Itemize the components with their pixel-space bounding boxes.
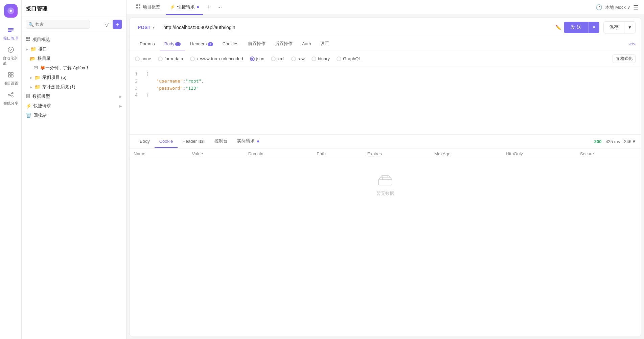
add-button[interactable]: ＋ xyxy=(113,20,122,29)
search-input[interactable] xyxy=(26,20,90,29)
resp-tab-cookie[interactable]: Cookie xyxy=(155,135,178,148)
sidebar-item-project-settings[interactable]: 项目设置 xyxy=(1,69,20,88)
tree-item-recycle[interactable]: 🗑️ 回收站 xyxy=(22,111,126,120)
tab-quick-req[interactable]: ⚡ 快捷请求 xyxy=(166,0,203,15)
resp-tab-body-label: Body xyxy=(140,139,150,144)
radio-xml xyxy=(271,56,276,61)
svg-rect-28 xyxy=(378,180,392,185)
mock-chevron-icon: ∨ xyxy=(627,5,630,10)
menu-button[interactable]: ☰ xyxy=(633,4,639,11)
api-mgmt-icon xyxy=(7,26,14,35)
sidebar-item-api-mgmt[interactable]: 接口管理 xyxy=(1,24,20,43)
req-tab-params[interactable]: Params xyxy=(135,38,160,50)
body-type-graphql[interactable]: GraphQL xyxy=(337,56,361,61)
sample-proj-label: 示例项目 (5) xyxy=(42,74,122,81)
body-type-raw[interactable]: raw xyxy=(291,56,305,61)
tab-active-dot xyxy=(197,6,199,8)
top-right-area: 🕐 本地 Mock ∨ ☰ xyxy=(596,4,639,11)
tree-sidebar: 接口管理 🔍 ▽ ＋ 项目概览 ▶ 📁 接口 xyxy=(22,0,127,339)
line-num-4: 4 xyxy=(135,92,140,99)
svg-point-1 xyxy=(10,10,12,12)
radio-none xyxy=(135,56,140,61)
body-type-xml[interactable]: xml xyxy=(271,56,284,61)
col-httponly: HttpOnly xyxy=(502,149,576,159)
body-type-json[interactable]: json xyxy=(250,56,264,61)
tab-overview-label: 项目概览 xyxy=(143,4,160,10)
tree-item-overview[interactable]: 项目概览 xyxy=(22,35,126,44)
code-view-button[interactable]: </> xyxy=(629,42,636,47)
send-button[interactable]: 发 送 xyxy=(564,22,588,33)
req-tab-headers-label: Headers xyxy=(190,41,207,46)
save-dropdown-button[interactable]: ▼ xyxy=(624,21,636,33)
body-type-raw-label: raw xyxy=(298,56,305,61)
req-tab-settings-label: 设置 xyxy=(320,41,329,46)
body-type-binary[interactable]: binary xyxy=(312,56,330,61)
sample-proj-arrow: ▶ xyxy=(30,76,32,80)
tree-item-api-group[interactable]: ▶ 📁 接口 xyxy=(22,44,126,54)
send-dropdown-button[interactable]: ▼ xyxy=(588,22,599,33)
auto-test-icon xyxy=(7,46,14,55)
tree-item-root-dir[interactable]: 📂 根目录 xyxy=(22,54,126,63)
req-tab-headers[interactable]: Headers1 xyxy=(185,38,218,50)
sidebar-item-auto-test[interactable]: 自动化测试 xyxy=(1,44,20,68)
req-tab-settings[interactable]: 设置 xyxy=(316,37,334,51)
overview-label: 项目概览 xyxy=(32,37,122,43)
resp-tab-console[interactable]: 控制台 xyxy=(210,135,232,148)
code-editor[interactable]: 1 { 2 "username":"root", 3 "password":"1… xyxy=(130,67,641,134)
req-tab-post-script[interactable]: 后置操作 xyxy=(270,37,297,51)
tree-item-tea-proj[interactable]: ▶ 📁 茶叶溯源系统 (1) xyxy=(22,82,126,92)
sidebar-item-online-share[interactable]: 在线分享 xyxy=(1,89,20,108)
response-time: 425 ms xyxy=(605,139,620,144)
tree-item-data-model[interactable]: 数据模型 ▶ xyxy=(22,92,126,101)
method-select[interactable]: POST ▼ xyxy=(135,23,158,31)
app-logo[interactable] xyxy=(4,4,18,18)
api-group-icon: 📁 xyxy=(30,46,36,52)
overview-icon xyxy=(26,37,30,43)
tab-overview[interactable]: 项目概览 xyxy=(132,0,164,15)
root-dir-label: 根目录 xyxy=(38,55,122,62)
resp-tab-body[interactable]: Body xyxy=(135,135,155,148)
format-button[interactable]: ⊞ 格式化 xyxy=(613,54,636,63)
format-icon: ⊞ xyxy=(616,56,619,61)
online-share-label: 在线分享 xyxy=(3,101,18,106)
status-code: 200 xyxy=(594,139,602,144)
req-tab-cookies[interactable]: Cookies xyxy=(218,38,243,50)
clock-icon: 🕐 xyxy=(596,4,602,10)
main-content: 项目概览 ⚡ 快捷请求 + ··· 🕐 本地 Mock ∨ ☰ POST ▼ xyxy=(127,0,644,339)
req-tab-body[interactable]: Body1 xyxy=(160,38,185,50)
body-type-row: none form-data x-www-form-urlencoded jso… xyxy=(130,51,641,67)
svg-rect-22 xyxy=(26,94,30,96)
resp-tab-actual-req[interactable]: 实际请求 xyxy=(232,135,264,148)
url-input[interactable] xyxy=(161,23,553,31)
tab-add-button[interactable]: + xyxy=(204,4,213,11)
mock-button[interactable]: 本地 Mock ∨ xyxy=(605,4,630,10)
empty-icon xyxy=(377,173,394,186)
svg-line-14 xyxy=(10,95,12,96)
req-tab-pre-script[interactable]: 前置操作 xyxy=(243,37,270,51)
body-type-graphql-label: GraphQL xyxy=(343,56,361,61)
body-type-none[interactable]: none xyxy=(135,56,151,61)
tree-item-sample-proj[interactable]: ▶ 📁 示例项目 (5) xyxy=(22,73,126,82)
svg-rect-27 xyxy=(139,7,140,8)
headers-badge: 1 xyxy=(208,42,213,46)
resp-tab-header[interactable]: Header12 xyxy=(178,135,210,148)
resp-tab-cookie-label: Cookie xyxy=(159,139,173,144)
sidebar-title: 接口管理 xyxy=(26,5,47,13)
save-button[interactable]: 保存 xyxy=(603,21,624,33)
line-num-3: 3 xyxy=(135,85,140,92)
resp-tab-console-label: 控制台 xyxy=(214,138,228,143)
fox-intro-icon xyxy=(34,65,38,71)
code-line-4: 4 } xyxy=(135,92,636,99)
header-badge: 12 xyxy=(198,140,205,143)
body-type-form-data[interactable]: form-data xyxy=(158,56,183,61)
cookie-table-header-row: Name Value Domain Path Expires MaxAge Ht… xyxy=(130,149,641,159)
req-tab-auth[interactable]: Auth xyxy=(297,38,316,50)
quick-req-label: 快捷请求 xyxy=(33,103,117,109)
radio-form-data xyxy=(158,56,163,61)
tree-item-fox-intro[interactable]: 🦊一分钟，了解 Apifox！ xyxy=(22,63,126,73)
tree-item-quick-req[interactable]: ⚡ 快捷请求 ▶ xyxy=(22,101,126,111)
body-type-form-data-label: form-data xyxy=(164,56,183,61)
filter-button[interactable]: ▽ xyxy=(103,20,110,29)
tab-more-button[interactable]: ··· xyxy=(215,4,225,10)
body-type-urlencoded[interactable]: x-www-form-urlencoded xyxy=(190,56,243,61)
